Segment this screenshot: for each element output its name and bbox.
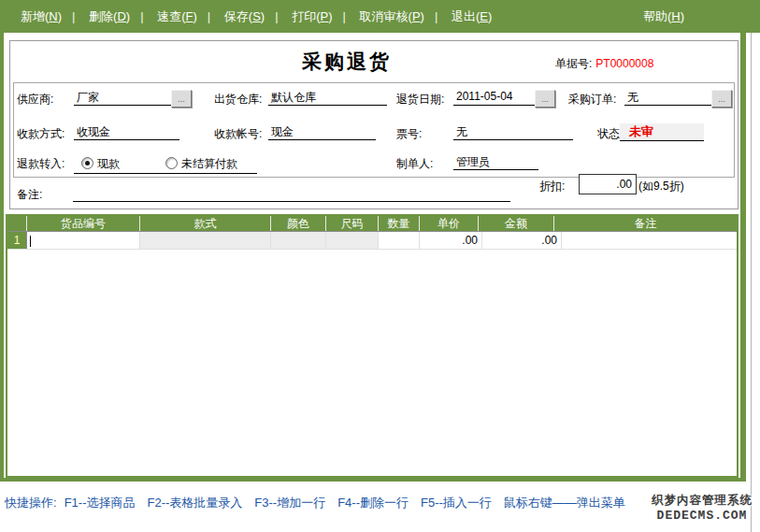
menu-separator: | [273,9,280,23]
form-panel: 采购退货 单据号:PT0000008 供应商: 厂家 ... 出货仓库: 默认仓… [9,40,738,209]
cell-product-code[interactable] [27,232,140,249]
shortcut-f2: F2--表格批量录入 [147,496,242,510]
shortcut-prefix: 快捷操作: [5,496,57,510]
dedecms-watermark: 织梦内容管理系统 DEDECMS.COM [649,493,755,523]
cell-style[interactable] [140,232,271,249]
menu-item-exit[interactable]: 退出(E) [443,9,500,23]
purchase-order-field[interactable]: 无 [624,90,721,106]
menu-item-help[interactable]: 帮助(H) [643,0,684,33]
payment-method-field[interactable]: 收现金 [74,124,179,140]
shortcut-f1: F1--选择商品 [65,496,136,510]
app-window: 新增(N)| 删除(D)| 速查(F)| 保存(S)| 打印(P)| 取消审核(… [0,0,760,532]
shortcut-f5: F5--插入一行 [421,496,492,510]
grid-row: 1 .00 .00 [7,232,737,250]
menu-separator: | [433,9,439,23]
cell-unit-price[interactable]: .00 [420,232,482,249]
watermark-line1: 织梦内容管理系统 [649,493,755,509]
payment-account-label: 收款帐号: [214,126,262,141]
shortcut-f4: F4--删除一行 [337,496,409,510]
return-date-browse-button[interactable]: ... [535,90,555,108]
radio-cash-label[interactable]: 现款 [97,156,120,172]
discount-hint: (如9.5折) [638,179,684,194]
watermark-line2: DEDECMS.COM [649,509,755,523]
payment-account-field[interactable]: 现金 [268,124,376,140]
grid-header-rownum [7,216,27,231]
menu-item-cancel-audit[interactable]: 取消审核(P) [351,9,433,23]
radio-cash[interactable] [81,157,93,169]
shortcut-right-click: 鼠标右键——弹出菜单 [504,496,625,510]
document-number-value: PT0000008 [595,57,653,70]
grid-header-qty: 数量 [379,216,420,231]
main-toolbar: 新增(N)| 删除(D)| 速查(F)| 保存(S)| 打印(P)| 取消审核(… [0,0,760,33]
cell-amount[interactable]: .00 [482,232,562,249]
remark-label: 备注: [17,187,42,202]
document-number-label: 单据号: [555,57,592,70]
grid-header-color: 颜色 [271,216,326,231]
supplier-field[interactable]: 厂家 [74,90,172,106]
status-badge: 未审 [620,123,704,141]
grid-header-amount: 金额 [479,216,554,231]
menu-separator: | [206,9,212,23]
menu-separator: | [341,9,348,23]
menu-item-print[interactable]: 打印(P) [283,9,340,23]
cell-color[interactable] [271,232,326,249]
frame-border-right [740,33,746,482]
cell-qty[interactable] [379,232,420,249]
grid-header-unit-price: 单价 [420,216,479,231]
radio-unsettled-payment-label[interactable]: 未结算付款 [181,156,237,172]
shortcut-f3: F3--增加一行 [254,496,325,510]
warehouse-field[interactable]: 默认仓库 [268,90,387,106]
text-cursor [30,236,31,247]
menu-item-delete[interactable]: 删除(D) [80,9,138,23]
supplier-label: 供应商: [17,92,53,107]
toolbar-items: 新增(N)| 删除(D)| 速查(F)| 保存(S)| 打印(P)| 取消审核(… [0,9,500,23]
discount-input[interactable]: .00 [579,174,637,194]
cell-size[interactable] [326,232,379,249]
shortcut-hints-bar: 快捷操作:F1--选择商品F2--表格批量录入F3--增加一行F4--删除一行F… [5,495,638,511]
items-grid: 货品编号 款式 颜色 尺码 数量 单价 金额 备注 1 .00 .00 [6,214,738,478]
discount-label: 折扣: [539,179,565,194]
grid-header-size: 尺码 [326,216,379,231]
purchase-order-browse-button[interactable]: ... [711,90,732,108]
payment-method-label: 收款方式: [17,126,65,141]
cell-remark[interactable] [562,232,737,249]
menu-item-new[interactable]: 新增(N) [12,9,70,23]
frame-border-left [0,33,4,482]
purchase-order-label: 采购订单: [568,92,616,107]
menu-separator: | [138,9,145,23]
remark-field[interactable] [73,187,510,202]
return-date-label: 退货日期: [396,92,444,107]
return-date-field[interactable]: 2011-05-04 [453,90,544,106]
refund-to-radio-group: 现款 未结算付款 [74,154,257,174]
warehouse-label: 出货仓库: [214,92,262,107]
refund-to-label: 退款转入: [17,156,65,171]
menu-item-quick-search[interactable]: 速查(F) [149,9,206,23]
ticket-no-field[interactable]: 无 [453,124,573,140]
grid-header-style: 款式 [140,216,271,231]
document-number: 单据号:PT0000008 [555,56,653,72]
maker-field[interactable]: 管理员 [453,154,538,170]
frame-border-bottom [0,478,746,482]
grid-header-product-code: 货品编号 [27,216,140,231]
radio-unsettled-payment[interactable] [165,157,178,169]
maker-label: 制单人: [396,156,433,171]
supplier-browse-button[interactable]: ... [171,90,192,108]
grid-header-remark: 备注 [554,216,737,231]
grid-header-row: 货品编号 款式 颜色 尺码 数量 单价 金额 备注 [7,216,737,232]
menu-item-save[interactable]: 保存(S) [216,9,273,23]
row-number-cell: 1 [7,232,27,249]
page-title: 采购退货 [216,49,478,75]
ticket-no-label: 票号: [396,126,422,141]
window-edge-right [751,33,752,532]
menu-separator: | [70,9,77,23]
